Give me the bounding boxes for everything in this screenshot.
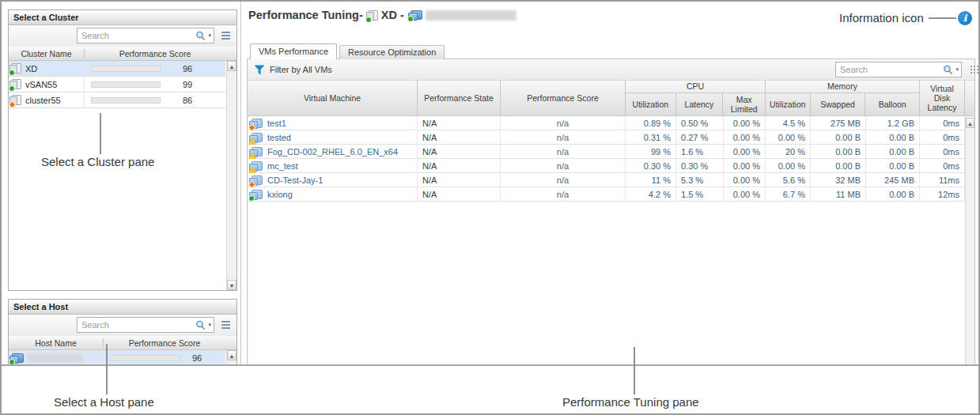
cluster-score-column-header[interactable]: Performance Score: [85, 49, 236, 58]
vm-table-row[interactable]: CD-Test-Jay-1N/An/a11 %5.3 %0.00 %5.6 %3…: [248, 173, 974, 187]
vm-table-row[interactable]: kxiongN/An/a4.2 %1.5 %0.00 %6.7 %11 MB0.…: [248, 187, 974, 202]
column-header-performance-score[interactable]: Performance Score: [501, 81, 626, 115]
search-options-caret-icon[interactable]: ▾: [208, 32, 211, 39]
vm-name-cell: test1: [248, 116, 418, 130]
row-score-cell: 96: [85, 61, 225, 76]
performance-tuning-title: Performance Tuning- XD -: [248, 9, 516, 21]
scroll-up-icon[interactable]: ▲: [966, 118, 974, 128]
vm-table-row[interactable]: test1N/An/a0.89 %0.50 %0.00 %4.5 %275 MB…: [248, 116, 974, 130]
host-row[interactable]: 96: [9, 350, 225, 366]
virtual-disk-latency-cell: 0ms: [920, 145, 965, 158]
cluster-name-column-header[interactable]: Cluster Name: [9, 49, 85, 58]
cluster-pane-callout-label: Select a Cluster pane: [41, 155, 154, 168]
memory-utilization-cell: 5.6 %: [766, 173, 811, 187]
scroll-down-icon[interactable]: ▼: [227, 280, 236, 290]
cluster-icon: [369, 10, 378, 21]
status-normal-icon: [9, 70, 15, 76]
vm-search-box[interactable]: ▾: [835, 62, 962, 77]
cluster-row[interactable]: vSAN5599: [9, 77, 225, 92]
column-header-memory-utilization[interactable]: Utilization: [766, 93, 811, 115]
vm-table-row[interactable]: Fog_CD-002_RHEL_6.0_EN_x64N/An/a99 %1.6 …: [248, 145, 974, 159]
cluster-pane-callout-line: [100, 113, 101, 154]
column-header-cpu-latency[interactable]: Latency: [676, 93, 724, 115]
cluster-row[interactable]: cluster5586: [9, 92, 225, 108]
memory-utilization-cell: 0.00 %: [766, 130, 811, 144]
cpu-utilization-cell: 0.31 %: [626, 130, 676, 144]
memory-swapped-cell: 11 MB: [811, 187, 866, 201]
search-icon[interactable]: [943, 65, 953, 75]
scroll-up-icon[interactable]: ▲: [227, 61, 236, 71]
tuning-pane-callout-label: Performance Tuning pane: [562, 395, 699, 409]
actions-grid-icon[interactable]: [971, 66, 972, 67]
vm-table-row[interactable]: mc_testN/An/a0.30 %0.30 %0.00 %0.00 %0.0…: [248, 159, 974, 173]
vm-name-cell: Fog_CD-002_RHEL_6.0_EN_x64: [248, 145, 418, 158]
host-pane-title: Select a Host: [9, 300, 236, 315]
cluster-row[interactable]: XD96: [9, 61, 225, 77]
score-bar: [91, 97, 161, 104]
cluster-scrollbar[interactable]: ▲ ▼: [226, 61, 236, 290]
column-header-cpu-max-limited[interactable]: Max Limited: [723, 93, 765, 115]
row-name-label: vSAN55: [25, 80, 57, 89]
performance-state-cell: N/A: [418, 159, 501, 172]
cluster-pane-toolbar: ▾: [9, 25, 236, 47]
list-customizer-icon[interactable]: [221, 321, 230, 323]
vm-name-link[interactable]: kxiong: [267, 190, 293, 199]
search-options-caret-icon[interactable]: ▾: [208, 322, 211, 328]
status-normal-icon: [9, 85, 15, 92]
vm-icon: [252, 161, 263, 171]
host-search-input[interactable]: [81, 320, 195, 330]
host-pane-callout-line: [106, 344, 108, 394]
search-icon[interactable]: [195, 31, 206, 41]
filter-by-all-vms[interactable]: Filter by All VMs: [254, 59, 332, 80]
host-name-column-header[interactable]: Host Name: [9, 338, 104, 348]
list-customizer-icon[interactable]: [221, 32, 230, 33]
vm-name-link[interactable]: tested: [267, 133, 291, 142]
search-icon[interactable]: [195, 320, 206, 330]
host-scrollbar[interactable]: ▲: [226, 350, 236, 366]
vm-name-link[interactable]: mc_test: [267, 161, 298, 171]
row-name-label: cluster55: [25, 96, 61, 105]
host-row-list: 96: [9, 350, 225, 366]
vm-table-row[interactable]: testedN/An/a0.31 %0.27 %0.00 %0.00 %0.00…: [248, 130, 974, 145]
memory-swapped-cell: 0.00 B: [811, 159, 866, 172]
vm-table-scrollbar[interactable]: ▲: [965, 117, 974, 366]
redacted-host-name: [426, 10, 516, 21]
vm-name-link[interactable]: CD-Test-Jay-1: [267, 175, 323, 185]
score-bar: [110, 355, 180, 361]
column-header-memory-balloon[interactable]: Balloon: [865, 93, 919, 115]
tab-resource-optimization[interactable]: Resource Optimization: [339, 45, 445, 59]
screenshot-bottom-edge: [2, 364, 978, 366]
cpu-utilization-cell: 99 %: [626, 145, 676, 158]
title-separator: -: [400, 9, 404, 21]
memory-balloon-cell: 0.00 B: [866, 159, 920, 172]
column-header-performance-state[interactable]: Performance State: [418, 81, 501, 115]
tuning-pane-callout-line: [634, 347, 635, 394]
tab-vms-performance[interactable]: VMs Performance: [250, 43, 337, 59]
vm-name-link[interactable]: test1: [267, 119, 286, 128]
scroll-up-icon[interactable]: ▲: [227, 350, 236, 360]
column-group-memory: Memory Utilization Swapped Balloon: [766, 81, 920, 115]
host-search-box[interactable]: ▾: [77, 317, 214, 333]
column-header-virtual-machine[interactable]: Virtual Machine: [248, 81, 418, 115]
info-icon-callout-label: Information icon: [839, 11, 924, 25]
column-header-virtual-disk-latency[interactable]: Virtual Disk Latency: [920, 81, 965, 115]
information-icon[interactable]: i: [958, 11, 972, 25]
row-score-cell: 86: [85, 92, 225, 108]
vm-search-input[interactable]: [840, 65, 943, 74]
virtual-disk-latency-cell: 11ms: [920, 173, 965, 187]
column-header-cpu-utilization[interactable]: Utilization: [626, 93, 676, 115]
vm-name-link[interactable]: Fog_CD-002_RHEL_6.0_EN_x64: [267, 147, 398, 157]
host-score-column-header[interactable]: Performance Score: [104, 338, 236, 348]
performance-state-cell: N/A: [418, 130, 501, 144]
column-header-memory-swapped[interactable]: Swapped: [811, 93, 866, 115]
vm-icon: [252, 175, 263, 185]
cluster-search-input[interactable]: [81, 31, 195, 40]
cpu-max-limited-cell: 0.00 %: [724, 145, 766, 158]
search-options-caret-icon[interactable]: ▾: [955, 66, 959, 73]
pane-splitter[interactable]: [240, 2, 241, 364]
page-title: Performance Tuning-: [248, 9, 363, 21]
host-pane-toolbar: ▾: [9, 315, 236, 336]
cluster-search-box[interactable]: ▾: [77, 28, 214, 43]
vm-name-cell: CD-Test-Jay-1: [248, 173, 418, 187]
memory-utilization-cell: 6.7 %: [766, 187, 811, 201]
